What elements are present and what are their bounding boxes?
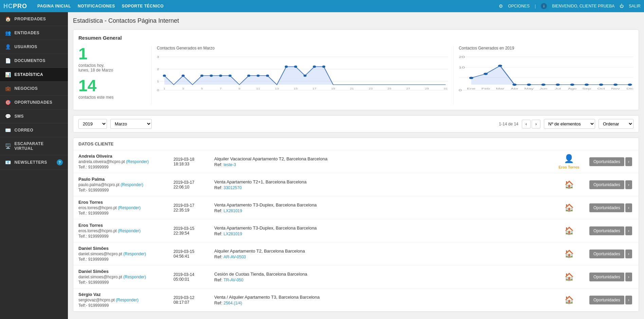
ref-link-4[interactable]: LX281019 xyxy=(223,232,242,236)
svg-point-48 xyxy=(513,83,517,86)
action-group-5: Oportunidades › xyxy=(589,250,633,258)
oportunidades-btn-2[interactable]: Oportunidades xyxy=(589,180,624,189)
pagination-info: 1-14 de 14 xyxy=(499,122,518,126)
time-4: 22:39:54 xyxy=(173,231,214,236)
propiedades-icon: 🏠 xyxy=(5,16,11,22)
detail-btn-2[interactable]: › xyxy=(625,180,632,189)
client-email-7: sergiovaz@hcpro.pt (Responder) xyxy=(78,298,173,302)
chart-2019-section: Contactos Generados en 2019 20 10 0 EneF… xyxy=(453,46,633,105)
sidebar-item-sms[interactable]: 💬 SMS xyxy=(0,109,68,123)
oportunidades-icon: 🎯 xyxy=(5,100,11,105)
data-card: DATOS CLIENTE Andrela Oliveira andrela.o… xyxy=(73,138,639,312)
stats-card: Resumen General 1 contactos hoy, lunes, … xyxy=(73,29,639,110)
nav-notifications[interactable]: NOTIFICACIONES xyxy=(78,4,115,8)
page-title: Estadística - Contactos Página Internet xyxy=(73,17,639,24)
oportunidades-btn-5[interactable]: Oportunidades xyxy=(589,250,624,258)
nav-links: PAGINA INICIAL NOTIFICACIONES SOPORTE TÉ… xyxy=(37,4,499,8)
sidebar-label-propiedades: PROPIEDADES xyxy=(15,17,46,21)
oportunidades-btn-6[interactable]: Oportunidades xyxy=(589,273,624,281)
svg-point-46 xyxy=(484,73,488,75)
ref-link-5[interactable]: AR-AV-0503 xyxy=(223,255,246,259)
ref-link-3[interactable]: LX281019 xyxy=(223,208,242,213)
detail-btn-7[interactable]: › xyxy=(625,296,632,304)
svg-text:29: 29 xyxy=(425,87,429,90)
oportunidades-btn-1[interactable]: Oportunidades xyxy=(589,157,624,166)
agent-col-1: 👤 Eros Torres xyxy=(549,154,589,169)
sidebar-item-oportunidades[interactable]: 🎯 OPORTUNIDADES xyxy=(0,96,68,109)
sidebar-item-correo[interactable]: ✉️ CORREO xyxy=(0,123,68,137)
svg-point-19 xyxy=(303,75,307,77)
svg-text:21: 21 xyxy=(350,87,354,90)
sidebar-item-propiedades[interactable]: 🏠 PROPIEDADES xyxy=(0,12,68,26)
property-ref-5: Ref: AR-AV-0503 xyxy=(214,254,549,259)
svg-point-54 xyxy=(599,83,603,86)
oportunidades-btn-3[interactable]: Oportunidades xyxy=(589,203,624,212)
year-select[interactable]: 2019 2018 2017 xyxy=(78,119,107,129)
sidebar-item-documentos[interactable]: 📄 DOCUMENTOS xyxy=(0,54,68,68)
reply-link-6[interactable]: (Responder) xyxy=(123,275,146,279)
stat-month-label: contactos este mes xyxy=(78,95,146,100)
date-7: 2019-03-12 xyxy=(173,295,214,300)
detail-btn-5[interactable]: › xyxy=(625,250,632,258)
detail-btn-4[interactable]: › xyxy=(625,226,632,235)
time-3: 22:35:19 xyxy=(173,208,214,213)
detail-btn-1[interactable]: › xyxy=(625,157,632,166)
svg-text:2: 2 xyxy=(157,68,159,71)
oportunidades-btn-4[interactable]: Oportunidades xyxy=(589,226,624,235)
logout-link[interactable]: SALIR xyxy=(629,4,641,8)
nav-home[interactable]: PAGINA INICIAL xyxy=(37,4,71,8)
info-icon: i xyxy=(541,3,547,9)
reply-link-7[interactable]: (Responder) xyxy=(116,298,139,302)
estadistica-icon: 📊 xyxy=(5,72,11,77)
sidebar-item-newsletters[interactable]: 📧 NEWSLETTERS ? xyxy=(0,155,68,170)
stat-month-number: 14 xyxy=(78,78,146,94)
agent-col-6: 🏠 xyxy=(549,273,589,281)
next-page-button[interactable]: › xyxy=(532,120,540,128)
nav-support[interactable]: SOPORTE TÉCNICO xyxy=(122,4,164,8)
sidebar-item-usuarios[interactable]: 👤 USUARIOS xyxy=(0,40,68,54)
ref-link-2[interactable]: 33012570 xyxy=(223,185,241,190)
svg-text:13: 13 xyxy=(275,87,279,90)
reply-link-3[interactable]: (Responder) xyxy=(118,205,141,210)
client-email-6: daniel.simoes@hcpro.pt (Responder) xyxy=(78,275,173,279)
svg-text:Dic: Dic xyxy=(626,87,633,90)
items-per-page-select[interactable]: Nº de elementos 10 25 50 xyxy=(544,119,595,129)
action-group-7: Oportunidades › xyxy=(589,296,633,304)
sidebar-item-escaparate[interactable]: 🖥️ ESCAPARATE VIRTUAL xyxy=(0,137,68,155)
ref-link-1[interactable]: teste-3 xyxy=(223,162,236,167)
svg-point-8 xyxy=(163,75,166,77)
svg-text:31: 31 xyxy=(444,87,448,90)
prev-page-button[interactable]: ‹ xyxy=(522,120,531,128)
options-link[interactable]: OPCIONES xyxy=(508,4,530,8)
correo-icon: ✉️ xyxy=(5,127,11,133)
sidebar-item-entidades[interactable]: 👥 ENTIDADES xyxy=(0,26,68,40)
oportunidades-btn-7[interactable]: Oportunidades xyxy=(589,296,624,304)
ref-link-7[interactable]: 2564.(1/4) xyxy=(223,301,242,305)
table-row: Andrela Oliveira andrela.oliveira@hcpro.… xyxy=(73,150,639,173)
svg-text:Ene: Ene xyxy=(467,87,476,90)
reply-link-5[interactable]: (Responder) xyxy=(123,252,146,256)
month-select[interactable]: Enero Febrero Marzo Abril Mayo Junio Jul… xyxy=(110,119,152,129)
ref-link-6[interactable]: TR-AV-050 xyxy=(223,278,243,282)
house-icon-6: 🏠 xyxy=(549,273,589,281)
property-type-6: Cesión de Cuotas Tienda, Barcelona Barce… xyxy=(214,272,549,277)
svg-point-51 xyxy=(556,83,560,86)
detail-btn-3[interactable]: › xyxy=(625,203,632,212)
reply-link-2[interactable]: (Responder) xyxy=(121,182,143,187)
reply-link-1[interactable]: (Responder) xyxy=(126,159,149,164)
sidebar-item-negocios[interactable]: 💼 NEGOCIOS xyxy=(0,82,68,96)
sidebar-label-estadistica: ESTADÍSTICA xyxy=(15,72,43,77)
reply-link-4[interactable]: (Responder) xyxy=(118,228,141,233)
client-phone-5: Telf.: 919999999 xyxy=(78,257,173,262)
sidebar-item-estadistica[interactable]: 📊 ESTADÍSTICA xyxy=(0,68,68,82)
svg-text:Sep: Sep xyxy=(582,87,591,90)
svg-point-9 xyxy=(182,75,185,77)
svg-point-55 xyxy=(613,83,618,86)
client-email-5: daniel.simoes@hcpro.pt (Responder) xyxy=(78,252,173,256)
order-select[interactable]: Ordenar Fecha Cliente xyxy=(599,119,633,129)
chart-marzo-title: Contactos Generados en Marzo xyxy=(157,46,448,51)
detail-btn-6[interactable]: › xyxy=(625,273,632,281)
svg-text:1: 1 xyxy=(163,87,165,90)
svg-text:May: May xyxy=(525,87,534,90)
stat-month: 14 contactos este mes xyxy=(78,78,146,100)
